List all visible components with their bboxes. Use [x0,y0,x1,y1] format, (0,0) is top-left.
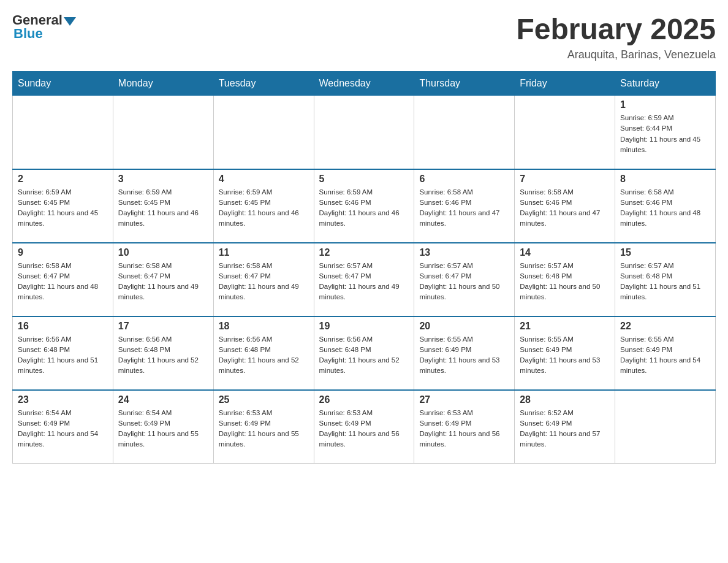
day-number: 27 [419,394,509,405]
calendar-day-cell: 12Sunrise: 6:57 AMSunset: 6:47 PMDayligh… [314,243,414,316]
day-number: 23 [18,394,108,405]
day-number: 2 [18,174,108,185]
day-info: Sunrise: 6:55 AMSunset: 6:49 PMDaylight:… [620,334,710,377]
day-info: Sunrise: 6:53 AMSunset: 6:49 PMDaylight:… [219,408,309,450]
calendar-day-cell: 11Sunrise: 6:58 AMSunset: 6:47 PMDayligh… [213,243,314,316]
logo-blue: Blue [12,26,43,42]
calendar-day-cell: 8Sunrise: 6:58 AMSunset: 6:46 PMDaylight… [615,169,716,243]
day-number: 5 [319,174,409,185]
day-number: 21 [520,321,610,332]
calendar-day-cell [113,96,213,169]
day-info: Sunrise: 6:59 AMSunset: 6:45 PMDaylight:… [118,187,208,229]
day-of-week-header: Tuesday [213,72,314,96]
day-info: Sunrise: 6:53 AMSunset: 6:49 PMDaylight:… [319,408,409,450]
day-number: 4 [219,174,309,185]
day-info: Sunrise: 6:56 AMSunset: 6:48 PMDaylight:… [118,334,208,377]
day-of-week-header: Wednesday [314,72,414,96]
title-block: February 2025 Arauquita, Barinas, Venezu… [516,12,716,61]
day-info: Sunrise: 6:58 AMSunset: 6:47 PMDaylight:… [118,261,208,303]
day-info: Sunrise: 6:54 AMSunset: 6:49 PMDaylight:… [118,408,208,450]
day-info: Sunrise: 6:59 AMSunset: 6:44 PMDaylight:… [620,113,710,155]
calendar-day-cell: 1Sunrise: 6:59 AMSunset: 6:44 PMDaylight… [615,96,716,169]
calendar-day-cell [13,96,113,169]
day-number: 6 [419,174,509,185]
day-number: 14 [520,247,610,258]
logo-arrow-icon [64,17,76,26]
day-of-week-header: Saturday [615,72,716,96]
day-number: 20 [419,321,509,332]
day-number: 17 [118,321,208,332]
month-title: February 2025 [516,12,716,46]
day-info: Sunrise: 6:56 AMSunset: 6:48 PMDaylight:… [319,334,409,377]
calendar-day-cell: 25Sunrise: 6:53 AMSunset: 6:49 PMDayligh… [213,390,314,464]
calendar-day-cell: 14Sunrise: 6:57 AMSunset: 6:48 PMDayligh… [515,243,615,316]
calendar-day-cell: 9Sunrise: 6:58 AMSunset: 6:47 PMDaylight… [13,243,113,316]
calendar-day-cell: 4Sunrise: 6:59 AMSunset: 6:45 PMDaylight… [213,169,314,243]
calendar-day-cell [414,96,515,169]
day-number: 16 [18,321,108,332]
day-of-week-header: Friday [515,72,615,96]
day-of-week-header: Thursday [414,72,515,96]
calendar-table: SundayMondayTuesdayWednesdayThursdayFrid… [12,71,716,464]
calendar-week-row: 9Sunrise: 6:58 AMSunset: 6:47 PMDaylight… [13,243,716,316]
day-info: Sunrise: 6:54 AMSunset: 6:49 PMDaylight:… [18,408,108,450]
day-info: Sunrise: 6:58 AMSunset: 6:46 PMDaylight:… [520,187,610,229]
day-info: Sunrise: 6:58 AMSunset: 6:46 PMDaylight:… [419,187,509,229]
day-number: 26 [319,394,409,405]
day-number: 8 [620,174,710,185]
calendar-day-cell: 2Sunrise: 6:59 AMSunset: 6:45 PMDaylight… [13,169,113,243]
day-info: Sunrise: 6:58 AMSunset: 6:47 PMDaylight:… [219,261,309,303]
day-info: Sunrise: 6:57 AMSunset: 6:48 PMDaylight:… [520,261,610,303]
calendar-day-cell: 19Sunrise: 6:56 AMSunset: 6:48 PMDayligh… [314,316,414,390]
calendar-week-row: 1Sunrise: 6:59 AMSunset: 6:44 PMDaylight… [13,96,716,169]
calendar-day-cell [515,96,615,169]
calendar-day-cell [213,96,314,169]
day-info: Sunrise: 6:56 AMSunset: 6:48 PMDaylight:… [18,334,108,377]
day-info: Sunrise: 6:52 AMSunset: 6:49 PMDaylight:… [520,408,610,450]
calendar-day-cell: 22Sunrise: 6:55 AMSunset: 6:49 PMDayligh… [615,316,716,390]
day-number: 10 [118,247,208,258]
calendar-day-cell: 26Sunrise: 6:53 AMSunset: 6:49 PMDayligh… [314,390,414,464]
day-info: Sunrise: 6:59 AMSunset: 6:45 PMDaylight:… [219,187,309,229]
day-number: 15 [620,247,710,258]
day-info: Sunrise: 6:53 AMSunset: 6:49 PMDaylight:… [419,408,509,450]
day-number: 1 [620,99,710,110]
day-number: 12 [319,247,409,258]
day-info: Sunrise: 6:59 AMSunset: 6:45 PMDaylight:… [18,187,108,229]
calendar-day-cell: 3Sunrise: 6:59 AMSunset: 6:45 PMDaylight… [113,169,213,243]
calendar-header-row: SundayMondayTuesdayWednesdayThursdayFrid… [13,72,716,96]
calendar-day-cell: 15Sunrise: 6:57 AMSunset: 6:48 PMDayligh… [615,243,716,316]
day-info: Sunrise: 6:57 AMSunset: 6:48 PMDaylight:… [620,261,710,303]
day-number: 25 [219,394,309,405]
day-number: 22 [620,321,710,332]
day-number: 7 [520,174,610,185]
calendar-day-cell: 23Sunrise: 6:54 AMSunset: 6:49 PMDayligh… [13,390,113,464]
calendar-day-cell [314,96,414,169]
calendar-week-row: 16Sunrise: 6:56 AMSunset: 6:48 PMDayligh… [13,316,716,390]
day-number: 24 [118,394,208,405]
calendar-day-cell: 6Sunrise: 6:58 AMSunset: 6:46 PMDaylight… [414,169,515,243]
day-number: 9 [18,247,108,258]
day-info: Sunrise: 6:58 AMSunset: 6:47 PMDaylight:… [18,261,108,303]
day-number: 11 [219,247,309,258]
logo: General Blue [12,12,76,42]
day-number: 3 [118,174,208,185]
day-info: Sunrise: 6:56 AMSunset: 6:48 PMDaylight:… [219,334,309,377]
calendar-day-cell: 24Sunrise: 6:54 AMSunset: 6:49 PMDayligh… [113,390,213,464]
calendar-day-cell: 13Sunrise: 6:57 AMSunset: 6:47 PMDayligh… [414,243,515,316]
calendar-day-cell: 18Sunrise: 6:56 AMSunset: 6:48 PMDayligh… [213,316,314,390]
day-number: 18 [219,321,309,332]
calendar-day-cell: 28Sunrise: 6:52 AMSunset: 6:49 PMDayligh… [515,390,615,464]
location: Arauquita, Barinas, Venezuela [516,48,716,61]
day-info: Sunrise: 6:57 AMSunset: 6:47 PMDaylight:… [419,261,509,303]
page-header: General Blue February 2025 Arauquita, Ba… [12,12,716,61]
day-of-week-header: Monday [113,72,213,96]
calendar-day-cell: 7Sunrise: 6:58 AMSunset: 6:46 PMDaylight… [515,169,615,243]
calendar-day-cell: 27Sunrise: 6:53 AMSunset: 6:49 PMDayligh… [414,390,515,464]
calendar-day-cell [615,390,716,464]
calendar-day-cell: 21Sunrise: 6:55 AMSunset: 6:49 PMDayligh… [515,316,615,390]
day-info: Sunrise: 6:57 AMSunset: 6:47 PMDaylight:… [319,261,409,303]
day-number: 28 [520,394,610,405]
calendar-day-cell: 5Sunrise: 6:59 AMSunset: 6:46 PMDaylight… [314,169,414,243]
day-info: Sunrise: 6:55 AMSunset: 6:49 PMDaylight:… [419,334,509,377]
